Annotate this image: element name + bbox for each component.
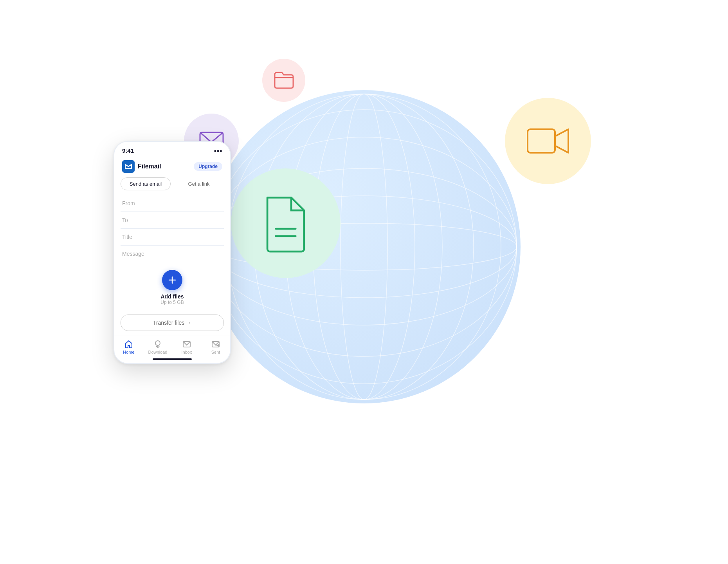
folder-icon	[273, 70, 295, 90]
home-indicator	[153, 358, 192, 360]
phone-top-bar: 9:41 ●●●	[114, 142, 230, 157]
video-bubble	[505, 98, 591, 184]
document-icon	[260, 194, 311, 253]
message-label: Message	[122, 251, 144, 257]
nav-home[interactable]: Home	[114, 340, 143, 354]
sent-icon	[211, 340, 220, 349]
message-field[interactable]: Message	[121, 246, 224, 262]
logo-text: Filemail	[138, 163, 161, 170]
upgrade-button[interactable]: Upgrade	[194, 162, 222, 171]
bottom-nav: Home Download Inbox	[114, 336, 230, 357]
title-field[interactable]: Title	[121, 229, 224, 246]
transfer-button[interactable]: Transfer files →	[121, 315, 224, 331]
svg-point-5	[341, 94, 387, 400]
phone: 9:41 ●●● Filemail Upgrade	[114, 141, 231, 364]
nav-download[interactable]: Download	[143, 340, 172, 354]
svg-point-16	[155, 341, 160, 345]
logo-area: Filemail	[122, 160, 161, 173]
from-field[interactable]: From	[121, 195, 224, 212]
nav-download-label: Download	[148, 350, 168, 354]
svg-rect-11	[528, 129, 555, 153]
to-label: To	[122, 217, 128, 223]
logo-icon	[122, 160, 135, 173]
document-bubble	[231, 168, 341, 278]
nav-home-label: Home	[123, 350, 134, 354]
home-icon	[124, 340, 133, 349]
video-icon	[526, 125, 569, 157]
app-header: Filemail Upgrade	[114, 157, 230, 177]
folder-bubble	[262, 59, 305, 102]
send-email-tab[interactable]: Send as email	[121, 177, 171, 190]
tab-row: Send as email Get a link	[114, 177, 230, 195]
get-link-tab[interactable]: Get a link	[174, 177, 224, 190]
scene: 9:41 ●●● Filemail Upgrade	[129, 67, 599, 497]
nav-inbox[interactable]: Inbox	[172, 340, 201, 354]
add-files-sublabel: Up to 5 GB	[160, 300, 184, 305]
inbox-icon	[182, 340, 191, 349]
title-label: Title	[122, 234, 132, 240]
phone-wrapper: 9:41 ●●● Filemail Upgrade	[114, 141, 231, 364]
nav-inbox-label: Inbox	[182, 350, 192, 354]
download-icon	[153, 340, 162, 349]
clock: 9:41	[122, 147, 134, 154]
nav-sent[interactable]: Sent	[201, 340, 230, 354]
add-files-area: Add files Up to 5 GB	[114, 262, 230, 311]
nav-sent-label: Sent	[211, 350, 220, 354]
from-label: From	[122, 200, 135, 206]
add-files-button[interactable]	[162, 270, 182, 290]
to-field[interactable]: To	[121, 212, 224, 229]
status-icons: ●●●	[214, 148, 222, 154]
form-section: From To Title Message	[114, 195, 230, 262]
add-files-label: Add files	[160, 293, 184, 300]
